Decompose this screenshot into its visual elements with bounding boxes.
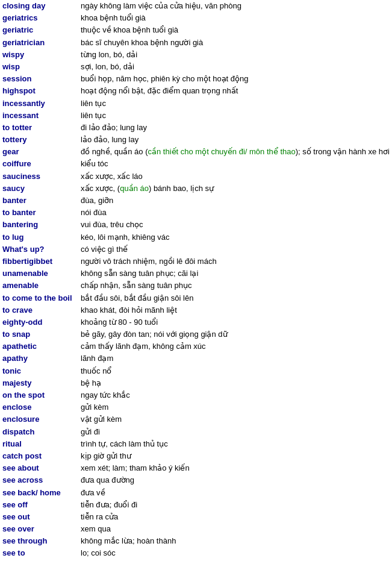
term-text: on the spot: [2, 390, 45, 400]
definition-text: kịp giờ gửi thư: [81, 451, 131, 460]
definition-after-text: ) bánh bao, lịch sự: [149, 184, 214, 193]
definition-text: ngày không làm việc của cửa hiệu, văn ph…: [81, 1, 241, 10]
term-cell: unamenable: [0, 268, 78, 280]
definition-text: lo; coi sóc: [81, 548, 116, 557]
definition-cell: tiễn đưa; đuổi đi: [78, 499, 392, 511]
table-row: highspothoạt động nổi bật, đặc điểm quan…: [0, 85, 392, 97]
term-text: highspot: [2, 86, 36, 95]
definition-text: khao khát, đòi hỏi mãnh liệt: [81, 306, 177, 315]
table-row: closing dayngày không làm việc của cửa h…: [0, 0, 392, 12]
term-text: coiffure: [2, 159, 31, 168]
term-cell: ritual: [0, 438, 78, 450]
table-row: see outtiễn ra cửa: [0, 511, 392, 523]
definition-text: bẻ gãy, gây đòn tan; nói với giọng giận …: [81, 330, 228, 339]
definition-text: buổi họp, năm học, phiên kỳ cho một hoạt…: [81, 74, 249, 83]
term-text: geriatric: [2, 25, 33, 34]
term-text: geriatrics: [2, 13, 38, 22]
term-cell: to snap: [0, 328, 78, 340]
definition-cell: đưa về: [78, 487, 392, 499]
table-row: see overxem qua: [0, 523, 392, 535]
definition-cell: bẻ gãy, gây đòn tan; nói với giọng giận …: [78, 328, 392, 340]
definition-cell: thuộc về khoa bệnh tuổi già: [78, 24, 392, 36]
definition-cell: kiểu tóc: [78, 158, 392, 170]
term-cell: amenable: [0, 280, 78, 292]
term-text: to snap: [2, 330, 30, 339]
table-row: eighty-oddkhoảng từ 80 - 90 tuổi: [0, 316, 392, 328]
definition-text: bệ hạ: [81, 378, 101, 387]
definition-cell: gửi đi: [78, 426, 392, 438]
definition-cell: bắt đầu sôi, bắt đầu giận sôi lên: [78, 292, 392, 304]
definition-cell: bác sĩ chuyên khoa bệnh người già: [78, 37, 392, 49]
vocabulary-table: closing dayngày không làm việc của cửa h…: [0, 0, 392, 560]
table-row: ritualtrình tự, cách làm thủ tục: [0, 438, 392, 450]
definition-text: kiểu tóc: [81, 159, 108, 168]
term-text: amenable: [2, 281, 39, 290]
definition-cell: tiễn ra cửa: [78, 511, 392, 523]
term-cell: see through: [0, 535, 78, 547]
definition-cell: xấc xược, xấc láo: [78, 171, 392, 183]
term-cell: to totter: [0, 122, 78, 134]
term-text: incessant: [2, 111, 39, 120]
term-text: see back/ home: [2, 488, 61, 497]
table-row: What's up?có việc gì thế: [0, 243, 392, 255]
definition-cell: bệ hạ: [78, 377, 392, 389]
definition-text: lảo đảo, lung lay: [81, 135, 138, 144]
term-text: wisp: [2, 62, 20, 71]
table-row: see back/ homeđưa về: [0, 487, 392, 499]
definition-text: hoạt động nổi bật, đặc điểm quan trọng n…: [81, 86, 238, 95]
term-cell: see out: [0, 511, 78, 523]
definition-text: bác sĩ chuyên khoa bệnh người già: [81, 38, 203, 47]
definition-cell: người vô trách nhiệm, ngồi lê đôi mách: [78, 255, 392, 268]
term-cell: apathy: [0, 353, 78, 365]
term-cell: wispy: [0, 49, 78, 61]
term-cell: bantering: [0, 219, 78, 231]
term-cell: dispatch: [0, 426, 78, 438]
term-cell: banter: [0, 195, 78, 207]
definition-text: từng lon, bó, dải: [81, 50, 137, 59]
definition-cell: đưa qua đường: [78, 474, 392, 486]
term-cell: majesty: [0, 377, 78, 389]
table-row: gearđồ nghề, quần áo (cần thiết cho một …: [0, 146, 392, 158]
definition-cell: khoảng từ 80 - 90 tuổi: [78, 316, 392, 328]
definition-text: có việc gì thế: [81, 245, 128, 254]
term-text: tottery: [2, 135, 26, 144]
definition-cell: gửi kèm: [78, 401, 392, 413]
definition-text: nói đùa: [81, 208, 107, 217]
table-row: dispatchgửi đi: [0, 426, 392, 438]
table-row: see throughkhông mắc lừa; hoàn thành: [0, 535, 392, 547]
table-row: totterylảo đảo, lung lay: [0, 134, 392, 146]
definition-cell: xấc xược, (quần áo) bánh bao, lịch sự: [78, 183, 392, 195]
term-cell: enclosure: [0, 413, 78, 425]
term-cell: fibbertigibbet: [0, 255, 78, 268]
definition-text: khoảng từ 80 - 90 tuổi: [81, 318, 158, 327]
table-row: on the spotngay tức khắc: [0, 389, 392, 401]
term-cell: incessant: [0, 110, 78, 122]
table-row: to come to the boilbắt đầu sôi, bắt đầu …: [0, 292, 392, 304]
term-text: enclose: [2, 403, 31, 412]
term-text: see off: [2, 500, 28, 509]
table-row: fibbertigibbetngười vô trách nhiệm, ngồi…: [0, 255, 392, 268]
definition-cell: đùa, giỡn: [78, 195, 392, 207]
table-row: apathylãnh đạm: [0, 353, 392, 365]
term-text: session: [2, 74, 31, 83]
definition-text: bắt đầu sôi, bắt đầu giận sôi lên: [81, 293, 193, 302]
definition-cell: đồ nghề, quần áo (cần thiết cho một chuy…: [78, 146, 392, 158]
definition-text: không sẵn sàng tuân phục; cãi lại: [81, 269, 198, 278]
definition-cell: ngay tức khắc: [78, 389, 392, 401]
definition-cell: sợi, lon, bó, dải: [78, 61, 392, 73]
term-cell: incessantly: [0, 98, 78, 110]
definition-text: lãnh đạm: [81, 354, 113, 363]
definition-text: gửi đi: [81, 427, 100, 436]
term-text: see out: [2, 512, 30, 521]
definition-cell: buổi họp, năm học, phiên kỳ cho một hoạt…: [78, 73, 392, 85]
term-cell: gear: [0, 146, 78, 158]
term-text: enclosure: [2, 415, 39, 424]
definition-cell: từng lon, bó, dải: [78, 49, 392, 61]
term-cell: apathetic: [0, 340, 78, 353]
term-text: to crave: [2, 306, 33, 315]
term-cell: to crave: [0, 304, 78, 316]
definition-cell: kịp giờ gửi thư: [78, 450, 392, 462]
table-row: enclosegửi kèm: [0, 401, 392, 413]
table-row: majestybệ hạ: [0, 377, 392, 389]
definition-cell: kéo, lôi mạnh, khiêng vác: [78, 231, 392, 243]
